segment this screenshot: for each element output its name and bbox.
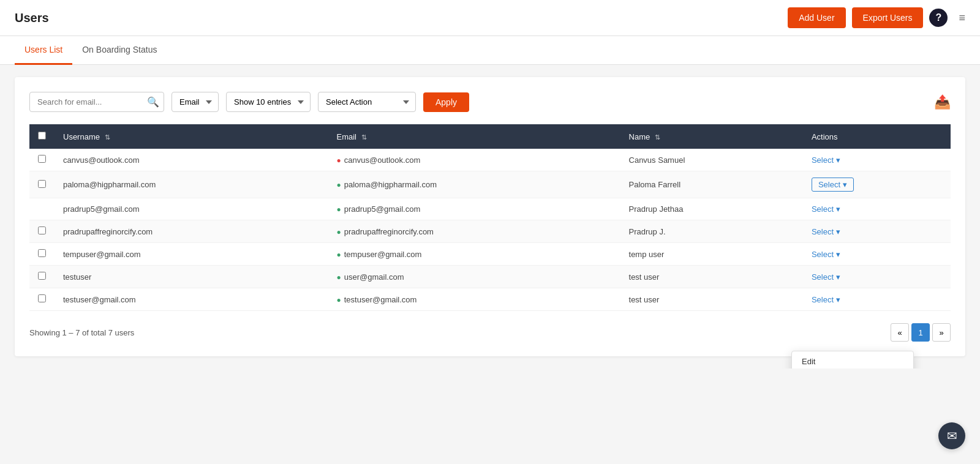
row-email: ●pradrup5@gmail.com [328,198,620,220]
row-checkbox[interactable] [38,272,46,280]
row-name: temp user [620,243,803,266]
row-name: Pradrup Jethaa [620,198,803,220]
user-status-icon: ● [337,250,341,259]
row-checkbox[interactable] [38,226,46,234]
row-checkbox[interactable] [38,155,46,163]
tab-onboarding-status[interactable]: On Boarding Status [72,36,167,65]
top-bar: Users Add User Export Users ? ≡ [0,0,980,36]
row-email: ●user@gmail.com [328,266,620,288]
search-button[interactable]: 🔍 [147,96,159,108]
row-select-button[interactable]: Select ▾ [812,295,840,304]
users-card: 🔍 Email Show 10 entries Show 25 entries … [15,77,965,356]
users-table: Username ⇅ Email ⇅ Name ⇅ Actions [29,124,951,311]
row-username: canvus@outlook.com [55,149,328,171]
row-select-button[interactable]: Select ▾ [812,227,840,236]
pagination-controls: « 1 » [891,323,951,342]
pagination-next[interactable]: » [932,323,951,342]
row-actions: Select ▾ [803,171,951,198]
row-email: ●pradrupaffreginorcify.com [328,220,620,243]
header-actions: Actions [803,124,951,149]
page-title: Users [15,11,49,25]
row-checkbox[interactable] [38,294,46,302]
row-username: testuser [55,266,328,288]
export-icon-button[interactable]: 📤 [934,94,951,110]
chevron-down-icon: ▾ [836,155,840,165]
entries-dropdown[interactable]: Show 10 entries Show 25 entries Show 50 … [226,92,311,112]
row-actions: Select ▾ [803,243,951,266]
row-checkbox-cell [29,288,55,311]
user-status-icon: ● [337,228,341,236]
name-sort-icon[interactable]: ⇅ [655,133,660,141]
row-name: Canvus Samuel [620,149,803,171]
user-status-icon: ● [337,181,341,189]
header-name: Name ⇅ [620,124,803,149]
tab-users-list[interactable]: Users List [15,36,72,65]
row-email: ●canvus@outlook.com [328,149,620,171]
header-email: Email ⇅ [328,124,620,149]
row-checkbox-cell [29,171,55,198]
tabs-bar: Users List On Boarding Status [0,36,980,65]
row-name: test user [620,288,803,311]
export-icon: 📤 [934,94,951,110]
dropdown-item-edit[interactable]: Edit [792,351,913,369]
chevron-down-icon: ▾ [843,180,847,189]
row-actions: Select ▾ [803,266,951,288]
apply-button[interactable]: Apply [423,92,469,112]
row-name: Paloma Farrell [620,171,803,198]
row-select-button[interactable]: Select ▾ [812,204,840,214]
user-status-icon: ● [337,296,341,304]
row-checkbox[interactable] [38,249,46,257]
row-email: ●tempuser@gmail.com [328,243,620,266]
username-sort-icon[interactable]: ⇅ [105,133,110,141]
row-select-button[interactable]: Select ▾ [812,250,840,259]
hamburger-icon[interactable]: ≡ [959,12,965,24]
row-checkbox-cell [29,266,55,288]
search-wrapper: 🔍 [29,92,164,112]
row-select-button[interactable]: Select ▾ [812,178,854,192]
user-status-icon: ● [337,205,341,214]
email-sort-icon[interactable]: ⇅ [361,133,367,141]
chevron-down-icon: ▾ [836,272,840,282]
row-checkbox-cell [29,243,55,266]
user-status-icon: ● [337,273,341,282]
action-dropdown-menu: EditView GroupsChange Second FactorRemov… [791,351,914,369]
user-status-icon: ● [337,156,341,165]
row-checkbox[interactable] [38,180,46,188]
table-row: tempuser@gmail.com ●tempuser@gmail.com t… [29,243,951,266]
search-input[interactable] [29,92,164,112]
chevron-down-icon: ▾ [836,250,840,259]
row-username: pradrup5@gmail.com [55,198,328,220]
add-user-button[interactable]: Add User [788,7,845,28]
row-select-button[interactable]: Select ▾ [812,272,840,282]
main-content: 🔍 Email Show 10 entries Show 25 entries … [0,65,980,369]
pagination-prev[interactable]: « [891,323,909,342]
row-username: tempuser@gmail.com [55,243,328,266]
row-actions: Select ▾ [803,220,951,243]
row-checkbox-cell [29,220,55,243]
chevron-down-icon: ▾ [836,295,840,304]
row-username: pradrupaffreginorcify.com [55,220,328,243]
row-checkbox-cell [29,149,55,171]
row-checkbox-cell [29,198,55,220]
row-actions: Select ▾ [803,149,951,171]
row-actions: Select ▾ [803,198,951,220]
chevron-down-icon: ▾ [836,227,840,236]
chevron-down-icon: ▾ [836,204,840,214]
table-row: pradrupaffreginorcify.com ●pradrupaffreg… [29,220,951,243]
action-dropdown[interactable]: Select Action [318,92,416,112]
users-table-wrapper: Username ⇅ Email ⇅ Name ⇅ Actions [29,124,951,311]
select-all-checkbox[interactable] [38,132,46,140]
pagination-page-1[interactable]: 1 [911,323,930,342]
pagination-bar: Showing 1 – 7 of total 7 users « 1 » [29,323,951,342]
help-icon[interactable]: ? [929,9,948,27]
search-icon: 🔍 [147,97,159,107]
export-users-button[interactable]: Export Users [852,7,924,28]
row-username: testuser@gmail.com [55,288,328,311]
table-row: testuser ●user@gmail.com test user Selec… [29,266,951,288]
pagination-info: Showing 1 – 7 of total 7 users [29,328,134,337]
row-email: ●paloma@higpharmail.com [328,171,620,198]
row-username: paloma@higpharmail.com [55,171,328,198]
table-header-row: Username ⇅ Email ⇅ Name ⇅ Actions [29,124,951,149]
email-filter-dropdown[interactable]: Email [172,92,219,112]
row-select-button[interactable]: Select ▾ [812,155,840,165]
